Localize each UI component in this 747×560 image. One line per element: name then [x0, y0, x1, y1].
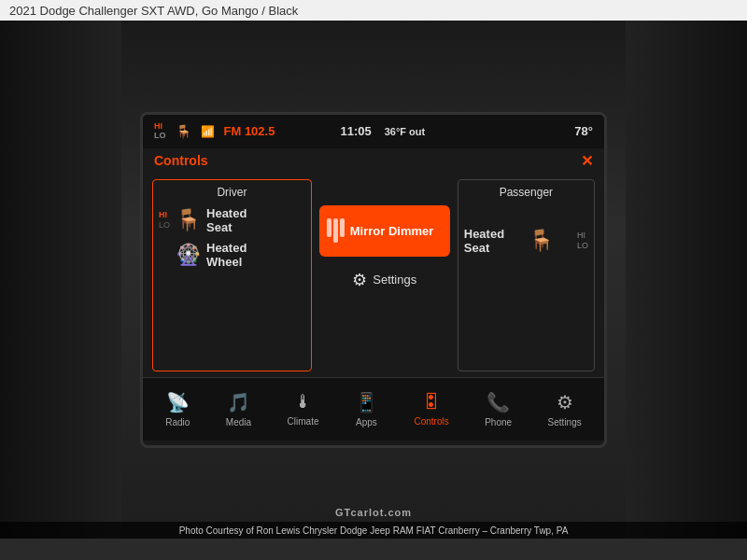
passenger-lo: LO [577, 241, 588, 251]
controls-title: Controls [154, 153, 208, 168]
climate-nav-icon: 🌡 [294, 391, 313, 413]
driver-panel-title: Driver [159, 186, 305, 199]
wheel-heat-label: Heated Wheel [206, 241, 247, 270]
nav-item-media[interactable]: 🎵Media [218, 387, 259, 431]
passenger-heat-level: HI LO [577, 231, 588, 251]
site-logo: GTcarlot.com [335, 507, 412, 518]
lo-label: LO [154, 132, 166, 141]
heat-level-indicator: HI LO [154, 122, 166, 141]
mirror-dimmer-button[interactable]: Mirror Dimmer [319, 205, 450, 257]
passenger-panel: Passenger Heated Seat 🪑 HI LO [458, 179, 595, 371]
controls-header: Controls ✕ [143, 148, 604, 174]
phone-nav-icon: 📞 [486, 391, 510, 413]
controls-nav-icon: 🎛 [422, 391, 441, 413]
car-background: HI LO 🪑 📶 FM 102.5 11:05 36°F out 78° Co… [0, 21, 747, 539]
seat-hi: HI [159, 210, 170, 220]
settings-gear-icon: ⚙ [352, 270, 367, 290]
mirror-dimmer-label: Mirror Dimmer [350, 224, 434, 238]
passenger-seat-icon: 🪑 [529, 229, 554, 253]
close-button[interactable]: ✕ [581, 152, 593, 170]
driver-panel: Driver HI LO 🪑 Heated Seat [152, 179, 312, 371]
phone-nav-label: Phone [485, 417, 512, 427]
apps-nav-icon: 📱 [355, 391, 378, 413]
infotainment-screen: HI LO 🪑 📶 FM 102.5 11:05 36°F out 78° Co… [140, 112, 607, 448]
page-title-bar: 2021 Dodge Challenger SXT AWD, Go Mango … [0, 0, 747, 21]
right-panel [626, 21, 747, 539]
wheel-heat-icon: 🎡 [176, 243, 201, 267]
left-panel [0, 21, 121, 539]
nav-item-controls[interactable]: 🎛Controls [406, 387, 456, 430]
outside-temp: 36°F out [385, 126, 426, 137]
radio-nav-label: Radio [165, 417, 190, 427]
driver-controls: HI LO 🪑 Heated Seat 🎡 Heated [159, 206, 305, 270]
seat-heat-label: Heated Seat [206, 206, 247, 235]
passenger-hi: HI [577, 231, 588, 241]
heated-wheel-row[interactable]: 🎡 Heated Wheel [159, 241, 305, 270]
settings-button[interactable]: ⚙ Settings [319, 262, 450, 298]
radio-station: FM 102.5 [224, 124, 275, 138]
nav-item-radio[interactable]: 📡Radio [158, 387, 197, 431]
controls-nav-label: Controls [414, 416, 448, 427]
media-nav-icon: 🎵 [227, 391, 250, 413]
cabin-temp: 78° [574, 124, 593, 138]
seat-heat-icon: 🪑 [176, 208, 201, 232]
center-panel: Mirror Dimmer ⚙ Settings [319, 179, 450, 371]
media-nav-label: Media [226, 417, 251, 427]
nav-item-settings[interactable]: ⚙Settings [541, 387, 589, 431]
heated-seat-row[interactable]: HI LO 🪑 Heated Seat [159, 206, 305, 235]
settings-nav-label: Settings [548, 417, 582, 427]
nav-item-apps[interactable]: 📱Apps [347, 387, 386, 431]
nav-bar: 📡Radio🎵Media🌡Climate📱Apps🎛Controls📞Phone… [143, 377, 604, 441]
page-title: 2021 Dodge Challenger SXT AWD, Go Mango … [9, 4, 298, 18]
nav-item-phone[interactable]: 📞Phone [477, 387, 519, 431]
photo-credit: Photo Courtesy of Ron Lewis Chrysler Dod… [0, 522, 747, 539]
seat-heat-level: HI LO [159, 210, 170, 231]
passenger-seat-label: Heated Seat [464, 227, 504, 256]
nav-item-climate[interactable]: 🌡Climate [280, 387, 327, 430]
apps-nav-label: Apps [356, 417, 377, 427]
passenger-controls: Heated Seat 🪑 HI LO [464, 227, 588, 256]
settings-nav-icon: ⚙ [557, 391, 573, 413]
climate-nav-label: Climate [288, 416, 319, 427]
radio-nav-icon: 📡 [166, 391, 190, 413]
settings-label: Settings [373, 273, 416, 287]
seat-heat-icon: 🪑 [176, 124, 191, 139]
status-bar: HI LO 🪑 📶 FM 102.5 11:05 36°F out 78° [143, 115, 604, 148]
passenger-panel-title: Passenger [464, 186, 588, 199]
mirror-icon [327, 218, 345, 243]
clock: 11:05 [340, 124, 371, 138]
antenna-icon: 📶 [201, 125, 215, 138]
controls-main: Driver HI LO 🪑 Heated Seat [143, 174, 604, 377]
seat-lo: LO [159, 220, 170, 231]
